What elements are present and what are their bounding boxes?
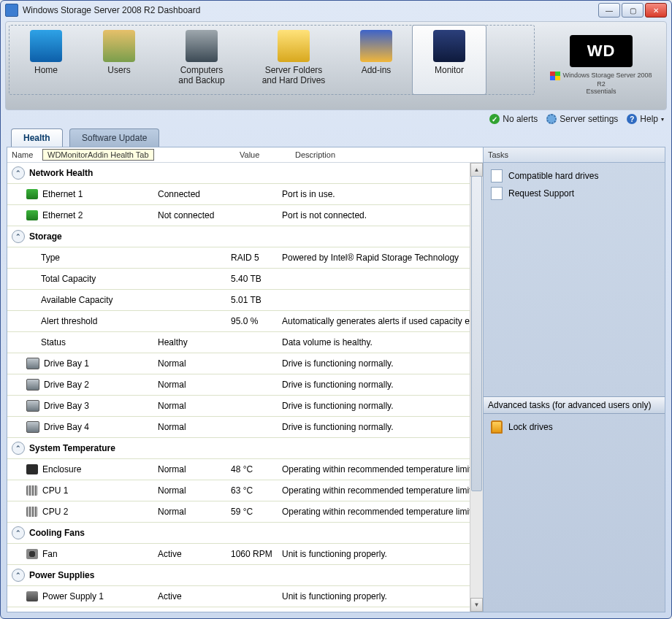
server-settings-link[interactable]: Server settings xyxy=(546,114,618,124)
row-status: Normal xyxy=(158,401,231,411)
data-row[interactable]: EnclosureNormal48 °COperating within rec… xyxy=(7,459,483,480)
ribbon-folders[interactable]: Server Folders and Hard Drives xyxy=(248,26,340,94)
ribbon-computers[interactable]: Computers and Backup xyxy=(156,26,248,94)
group-header[interactable]: ⌃Storage xyxy=(7,226,483,247)
row-value: 95.0 % xyxy=(231,316,282,326)
chevron-down-icon: ▾ xyxy=(661,116,664,123)
row-name: Available Capacity xyxy=(41,295,113,305)
health-grid: Name Value Description WDMonitorAddin He… xyxy=(7,147,484,612)
tab-software-update[interactable]: Software Update xyxy=(69,128,159,147)
row-icon xyxy=(26,549,38,559)
data-row[interactable]: Available Capacity5.01 TB xyxy=(7,290,483,311)
row-description: Unit is functioning properly. xyxy=(282,549,483,559)
data-row[interactable]: Alert threshold95.0 %Automatically gener… xyxy=(7,311,483,332)
row-name: Drive Bay 3 xyxy=(44,401,89,411)
scroll-up-button[interactable]: ▲ xyxy=(470,163,483,177)
help-label: Help xyxy=(640,114,658,124)
task-compatible-drives[interactable]: Compatible hard drives xyxy=(484,167,665,185)
data-row[interactable]: Drive Bay 2NormalDrive is functioning no… xyxy=(7,374,483,396)
data-row[interactable]: CPU 2Normal59 °COperating within recomme… xyxy=(7,501,483,523)
maximize-button[interactable]: ▢ xyxy=(622,3,644,18)
data-row[interactable]: Drive Bay 1NormalDrive is functioning no… xyxy=(7,353,483,374)
close-button[interactable]: ✕ xyxy=(645,3,667,18)
row-status: Active xyxy=(158,549,231,559)
windows-flag-icon xyxy=(550,72,560,80)
row-name: Ethernet 1 xyxy=(42,189,83,199)
ribbon-addins[interactable]: Add-ins xyxy=(340,26,413,94)
vertical-scrollbar[interactable]: ▲ ▼ xyxy=(470,163,483,612)
task-lock-drives[interactable]: Lock drives xyxy=(484,418,665,436)
row-name: Drive Bay 4 xyxy=(44,422,89,432)
window-controls: — ▢ ✕ xyxy=(598,3,667,18)
app-window: Windows Storage Server 2008 R2 Dashboard… xyxy=(0,0,672,619)
data-row[interactable]: CPU 1Normal63 °COperating within recomme… xyxy=(7,480,483,501)
data-row[interactable]: TypeRAID 5Powered by Intel® Rapid Storag… xyxy=(7,247,483,269)
data-row[interactable]: Ethernet 1ConnectedPort is in use. xyxy=(7,184,483,205)
row-name: Drive Bay 2 xyxy=(44,380,89,390)
group-header[interactable]: ⌃Cooling Fans xyxy=(7,523,483,544)
row-status: Normal xyxy=(158,485,231,496)
data-row[interactable]: Power Supply 2InactiveNot connected. xyxy=(7,607,483,612)
row-name: Status xyxy=(41,337,66,347)
ok-check-icon: ✓ xyxy=(489,114,500,124)
row-description: Automatically generates alerts if used c… xyxy=(282,316,483,326)
titlebar: Windows Storage Server 2008 R2 Dashboard… xyxy=(1,1,671,20)
row-description: Operating within recommended temperature… xyxy=(282,464,483,474)
group-header[interactable]: ⌃Power Supplies xyxy=(7,565,483,586)
row-description: Powered by Intel® Rapid Storage Technolo… xyxy=(282,253,483,263)
group-title: System Temperature xyxy=(29,443,115,453)
row-description: Operating within recommended temperature… xyxy=(282,507,483,517)
group-title: Storage xyxy=(29,231,62,242)
row-value: 48 °C xyxy=(231,464,282,474)
help-dropdown[interactable]: ? Help ▾ xyxy=(627,114,664,124)
no-alerts-indicator[interactable]: ✓ No alerts xyxy=(489,114,538,124)
spacer xyxy=(484,207,665,396)
scroll-down-button[interactable]: ▼ xyxy=(470,598,483,612)
ribbon-home-label: Home xyxy=(9,65,83,75)
ribbon-monitor[interactable]: Monitor xyxy=(412,25,486,95)
collapse-icon: ⌃ xyxy=(12,166,25,180)
ribbon-users-label: Users xyxy=(83,65,156,75)
row-status: Normal xyxy=(158,358,231,369)
row-icon xyxy=(26,485,38,496)
row-name: Total Capacity xyxy=(41,274,96,284)
rows-container: ⌃Network HealthEthernet 1ConnectedPort i… xyxy=(7,163,483,612)
ribbon-items: Home Users Computers and Backup Server F… xyxy=(9,25,535,95)
ribbon-home[interactable]: Home xyxy=(9,26,83,94)
data-row[interactable]: Drive Bay 4NormalDrive is functioning no… xyxy=(7,417,483,438)
task-request-support[interactable]: Request Support xyxy=(484,185,665,202)
collapse-icon: ⌃ xyxy=(12,442,25,455)
scroll-thumb[interactable] xyxy=(471,176,482,491)
data-row[interactable]: Total Capacity5.40 TB xyxy=(7,269,483,290)
row-icon xyxy=(26,464,38,474)
tasks-header: Tasks xyxy=(484,147,665,163)
col-value[interactable]: Value xyxy=(235,150,291,159)
group-title: Cooling Fans xyxy=(29,528,85,538)
group-header[interactable]: ⌃System Temperature xyxy=(7,438,483,459)
data-row[interactable]: Drive Bay 3NormalDrive is functioning no… xyxy=(7,396,483,417)
col-description[interactable]: Description xyxy=(291,150,483,159)
computer-icon xyxy=(186,30,218,62)
tab-health[interactable]: Health xyxy=(11,128,63,147)
group-header[interactable]: ⌃Network Health xyxy=(7,163,483,184)
row-description: Drive is functioning normally. xyxy=(282,358,483,369)
data-row[interactable]: StatusHealthyData volume is healthy. xyxy=(7,332,483,353)
data-row[interactable]: Ethernet 2Not connectedPort is not conne… xyxy=(7,205,483,226)
row-description: Port is not connected. xyxy=(282,210,483,220)
row-description: Drive is functioning normally. xyxy=(282,401,483,411)
column-headers: Name Value Description WDMonitorAddin He… xyxy=(7,147,483,163)
tooltip: WDMonitorAddin Health Tab xyxy=(42,149,154,161)
row-icon xyxy=(26,358,39,369)
data-row[interactable]: Power Supply 1ActiveUnit is functioning … xyxy=(7,586,483,607)
row-description: Data volume is healthy. xyxy=(282,337,483,347)
clipboard-icon xyxy=(491,169,503,182)
row-description: Unit is functioning properly. xyxy=(282,591,483,601)
data-row[interactable]: FanActive1060 RPMUnit is functioning pro… xyxy=(7,544,483,565)
row-description: Drive is functioning normally. xyxy=(282,422,483,432)
gear-icon xyxy=(546,114,557,124)
ribbon-users[interactable]: Users xyxy=(83,26,156,94)
row-name: CPU 1 xyxy=(42,485,68,496)
row-icon xyxy=(26,189,38,199)
minimize-button[interactable]: — xyxy=(598,3,620,18)
brand-area: WD Windows Storage Server 2008 R2 Essent… xyxy=(546,35,656,95)
